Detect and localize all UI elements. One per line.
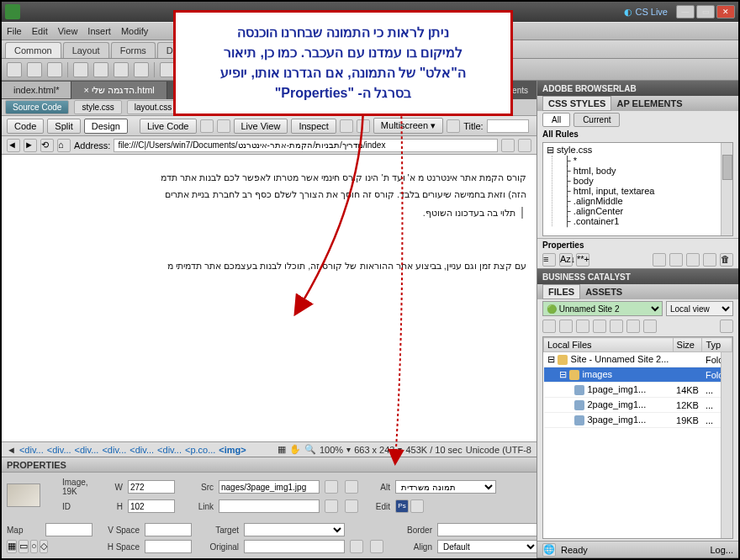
link-input[interactable] bbox=[219, 499, 320, 513]
view-select[interactable]: Local view bbox=[666, 301, 733, 316]
assets-tab[interactable]: ASSETS bbox=[580, 285, 627, 298]
set-view-icon[interactable]: **+ bbox=[576, 253, 589, 267]
pointer-hotspot-icon[interactable]: ▦ bbox=[7, 540, 17, 553]
src-input[interactable] bbox=[219, 480, 320, 494]
inspect-button[interactable]: Inspect bbox=[291, 119, 336, 134]
edit-ps-icon[interactable]: Ps bbox=[395, 499, 409, 513]
zoom-value[interactable]: 100% bbox=[320, 445, 343, 455]
email-link-icon[interactable] bbox=[27, 62, 42, 77]
inserted-image[interactable] bbox=[521, 207, 523, 219]
source-code-chip[interactable]: Source Code bbox=[5, 100, 69, 114]
opts-icon[interactable] bbox=[447, 119, 460, 133]
tag-crumb[interactable]: <div... bbox=[130, 445, 154, 455]
tag-crumb-selected[interactable]: <img> bbox=[219, 445, 246, 455]
tag-crumb[interactable]: <div... bbox=[75, 445, 99, 455]
oval-hotspot-icon[interactable]: ○ bbox=[30, 540, 38, 553]
menu-view[interactable]: View bbox=[58, 26, 78, 36]
rect-hotspot-icon[interactable]: ▭ bbox=[18, 540, 29, 553]
new-rule-icon[interactable] bbox=[669, 253, 683, 267]
related-file[interactable]: style.css bbox=[74, 100, 121, 114]
css-all-button[interactable]: All bbox=[542, 113, 570, 127]
hyperlink-icon[interactable] bbox=[7, 62, 22, 77]
doctab-index[interactable]: index.html* bbox=[2, 82, 71, 98]
tag-crumb[interactable]: <div... bbox=[102, 445, 126, 455]
nav-icon[interactable] bbox=[357, 119, 370, 133]
menu-file[interactable]: File bbox=[7, 26, 22, 36]
maximize-button[interactable]: ▭ bbox=[696, 5, 715, 18]
tag-crumb[interactable]: <div... bbox=[19, 445, 44, 455]
tab-forms[interactable]: Forms bbox=[111, 42, 156, 58]
poly-hotspot-icon[interactable]: ◇ bbox=[40, 540, 48, 553]
tag-crumb[interactable]: <div... bbox=[47, 445, 71, 455]
browse-folder-icon[interactable] bbox=[345, 480, 358, 494]
scroll-left-icon[interactable]: ◄ bbox=[7, 445, 16, 455]
refresh-files-icon[interactable] bbox=[559, 320, 573, 333]
target-select[interactable] bbox=[244, 523, 345, 536]
browse-icon[interactable] bbox=[518, 139, 531, 152]
css-current-button[interactable]: Current bbox=[574, 113, 620, 127]
border-input[interactable] bbox=[437, 523, 538, 536]
checkin-icon[interactable] bbox=[626, 320, 640, 333]
expand-icon[interactable] bbox=[720, 320, 733, 333]
files-tab[interactable]: FILES bbox=[542, 284, 580, 299]
connect-icon[interactable] bbox=[542, 320, 556, 333]
properties-header[interactable]: PROPERTIES bbox=[2, 457, 536, 473]
list-view-icon[interactable]: Az↓ bbox=[559, 253, 573, 267]
media-icon[interactable] bbox=[134, 62, 149, 77]
activity-icon[interactable]: 🌐 bbox=[542, 543, 556, 557]
get-icon[interactable] bbox=[576, 320, 589, 333]
home-icon[interactable]: ⌂ bbox=[57, 139, 71, 152]
image-icon[interactable] bbox=[114, 62, 129, 77]
width-input[interactable] bbox=[128, 480, 175, 494]
site-select[interactable]: 🟢 Unnamed Site 2 bbox=[542, 301, 663, 316]
css-rules-tree[interactable]: ⊟ style.css ├ * ├ html, body ├ body ├ ht… bbox=[542, 142, 733, 236]
cslive-link[interactable]: ◐ CS Live bbox=[624, 7, 668, 18]
edit-rule-icon[interactable] bbox=[686, 253, 700, 267]
menu-modify[interactable]: Modify bbox=[121, 26, 148, 36]
browse-folder-icon[interactable] bbox=[370, 540, 383, 553]
point-to-file-icon[interactable] bbox=[350, 540, 363, 553]
map-input[interactable] bbox=[45, 523, 92, 536]
select-tool-icon[interactable]: ▦ bbox=[278, 444, 286, 455]
view-design-button[interactable]: Design bbox=[84, 119, 128, 134]
livecode-button[interactable]: Live Code bbox=[140, 119, 197, 134]
page-title-input[interactable] bbox=[487, 119, 529, 133]
delete-rule-icon[interactable]: 🗑 bbox=[720, 253, 733, 267]
css-styles-tab[interactable]: CSS STYLES bbox=[542, 96, 611, 111]
hand-tool-icon[interactable]: ✋ bbox=[289, 444, 301, 455]
ap-elements-tab[interactable]: AP ELEMENTS bbox=[611, 97, 687, 110]
related-file[interactable]: layout.css bbox=[127, 100, 179, 114]
sync-icon[interactable] bbox=[643, 320, 657, 333]
view-split-button[interactable]: Split bbox=[47, 119, 80, 134]
tag-crumb[interactable]: <p.co... bbox=[185, 445, 215, 455]
address-input[interactable] bbox=[114, 139, 498, 152]
disable-rule-icon[interactable] bbox=[703, 253, 716, 267]
back-icon[interactable]: ◄ bbox=[7, 139, 20, 152]
f12-icon[interactable] bbox=[217, 119, 230, 133]
doctab-demo[interactable]: × הדגמה שלי.html bbox=[71, 82, 166, 99]
put-icon[interactable] bbox=[593, 320, 606, 333]
category-view-icon[interactable]: ≡ bbox=[542, 253, 556, 267]
menu-edit[interactable]: Edit bbox=[32, 26, 48, 36]
menu-insert[interactable]: Insert bbox=[87, 26, 111, 36]
reload-icon[interactable]: ⟲ bbox=[40, 139, 54, 152]
point-to-file-icon[interactable] bbox=[325, 480, 338, 494]
business-catalyst-header[interactable]: BUSINESS CATALYST bbox=[537, 269, 738, 284]
checkout-icon[interactable] bbox=[610, 320, 623, 333]
height-input[interactable] bbox=[128, 499, 175, 513]
original-input[interactable] bbox=[244, 540, 345, 553]
view-code-button[interactable]: Code bbox=[7, 119, 44, 134]
hspace-input[interactable] bbox=[145, 540, 192, 553]
align-select[interactable]: Default bbox=[437, 540, 538, 553]
scrollbar[interactable] bbox=[721, 352, 732, 538]
alt-input[interactable]: תמונה משרדית bbox=[395, 480, 496, 494]
design-view[interactable]: קורס הקמת אתר אינטרנט מ א' ועד ת' הינו ק… bbox=[2, 155, 536, 441]
minimize-button[interactable]: — bbox=[676, 5, 695, 18]
div-icon[interactable] bbox=[93, 62, 108, 77]
attach-css-icon[interactable] bbox=[653, 253, 666, 267]
browse-folder-icon[interactable] bbox=[345, 499, 358, 513]
log-link[interactable]: Log... bbox=[710, 545, 733, 555]
vspace-input[interactable] bbox=[145, 523, 192, 536]
close-button[interactable]: ✕ bbox=[716, 5, 735, 18]
scrollbar[interactable] bbox=[721, 143, 732, 235]
